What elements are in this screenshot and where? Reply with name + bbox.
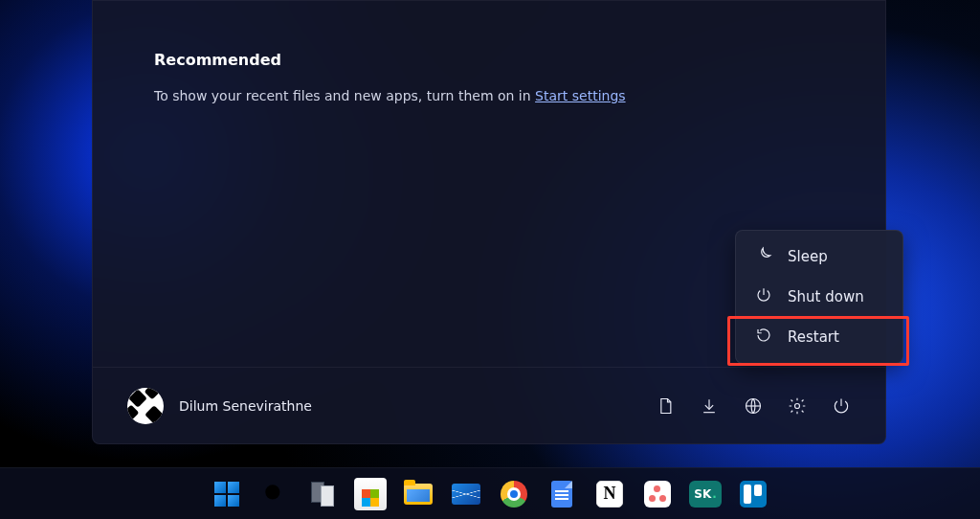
recommended-hint-text: To show your recent files and new apps, … — [154, 88, 535, 103]
downloads-icon[interactable] — [700, 396, 719, 416]
settings-icon[interactable] — [788, 396, 807, 416]
power-menu-restart[interactable]: Restart — [736, 317, 902, 357]
documents-icon[interactable] — [656, 396, 675, 416]
recommended-heading: Recommended — [154, 51, 824, 69]
user-avatar — [127, 388, 164, 424]
power-menu-label: Sleep — [788, 248, 828, 265]
taskbar: N SK. — [0, 467, 980, 519]
taskbar-asana[interactable] — [641, 478, 674, 510]
footer-icon-row — [656, 396, 851, 416]
taskbar-file-explorer[interactable] — [402, 478, 434, 510]
start-settings-link[interactable]: Start settings — [535, 88, 625, 103]
power-menu-label: Shut down — [788, 288, 864, 305]
taskbar-mail[interactable] — [450, 478, 482, 510]
taskbar-microsoft-store[interactable] — [354, 478, 387, 510]
moon-icon — [755, 246, 772, 267]
restart-icon — [755, 327, 772, 348]
taskbar-google-docs[interactable] — [546, 478, 578, 510]
taskbar-search-button[interactable] — [258, 478, 291, 510]
recommended-hint: To show your recent files and new apps, … — [154, 88, 824, 103]
power-icon[interactable] — [832, 396, 851, 416]
taskbar-sk-app[interactable]: SK. — [689, 478, 722, 510]
taskbar-task-view-button[interactable] — [306, 478, 339, 510]
user-name-label: Dilum Senevirathne — [179, 398, 312, 414]
start-menu-panel: Recommended To show your recent files an… — [92, 0, 886, 444]
svg-point-2 — [265, 485, 279, 499]
svg-point-1 — [795, 403, 800, 408]
power-off-icon — [755, 286, 772, 307]
taskbar-notion[interactable]: N — [593, 478, 626, 510]
power-menu-sleep[interactable]: Sleep — [736, 237, 902, 277]
taskbar-start-button[interactable] — [211, 478, 243, 510]
power-menu: Sleep Shut down Restart — [735, 230, 903, 364]
user-account-button[interactable]: Dilum Senevirathne — [127, 388, 312, 424]
start-menu-footer: Dilum Senevirathne — [93, 367, 885, 443]
power-menu-label: Restart — [788, 328, 839, 346]
taskbar-trello[interactable] — [737, 478, 769, 510]
network-icon[interactable] — [744, 396, 763, 416]
taskbar-chrome[interactable] — [498, 478, 530, 510]
power-menu-shutdown[interactable]: Shut down — [736, 277, 902, 317]
